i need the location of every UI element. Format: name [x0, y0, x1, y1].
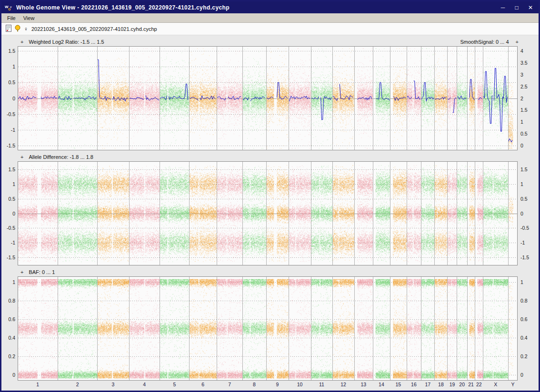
pin-icon: [15, 25, 20, 33]
chromosome-label[interactable]: X: [494, 382, 497, 387]
expand-allele-button[interactable]: +: [20, 154, 23, 160]
y-axis-tick-label: 0.2: [8, 353, 15, 359]
allele-right-axis: 1.510.50-0.5-1-1.5: [518, 161, 539, 265]
y-axis-tick-label: 2: [520, 96, 523, 101]
chromosome-label[interactable]: 1: [36, 382, 39, 387]
y-axis-tick-label: 0.5: [520, 196, 528, 202]
menu-file[interactable]: File: [3, 14, 20, 22]
y-axis-tick-label: 1.5: [520, 107, 528, 113]
chromosome-label[interactable]: 3: [112, 382, 115, 387]
panel-title-allele-difference: Allele Difference: -1.8 ... 1.8: [29, 154, 93, 160]
y-axis-tick-label: 0.8: [8, 298, 15, 304]
chromosome-axis: 12345678910111213141516171819202122XY: [1, 381, 539, 389]
y-axis-tick-label: 0.8: [520, 298, 528, 304]
y-axis-tick-label: -1.5: [520, 255, 529, 260]
maximize-button[interactable]: □: [511, 4, 522, 11]
sample-name[interactable]: 20221026_143619_005_20220927-41021.cyhd.…: [31, 26, 157, 32]
y-axis-tick-label: 4: [520, 48, 523, 54]
y-axis-tick-label: 0.6: [8, 316, 15, 322]
plots-area: + Weighted Log2 Ratio: -1.5 ... 1.5 Smoo…: [1, 35, 539, 391]
y-axis-tick-label: 3: [520, 72, 523, 78]
chromosome-label[interactable]: 13: [360, 382, 366, 387]
chromosome-label[interactable]: 10: [297, 382, 303, 387]
smooth-signal-right-axis: 43.532.521.510.50: [518, 46, 539, 150]
baf-left-axis: 10.80.60.40.20: [1, 276, 18, 381]
chromosome-label[interactable]: 17: [425, 382, 430, 387]
y-axis-tick-label: -1: [520, 240, 525, 245]
y-axis-tick-label: 0: [520, 143, 523, 148]
chromosome-label[interactable]: 8: [253, 382, 256, 387]
y-axis-tick-label: -0.5: [520, 225, 529, 231]
y-axis-tick-label: -1.5: [7, 143, 15, 148]
y-axis-tick-label: 0.4: [8, 335, 15, 341]
chromosome-label[interactable]: 22: [476, 382, 482, 387]
chromosome-label[interactable]: 20: [459, 382, 465, 387]
minimize-button[interactable]: ─: [498, 4, 508, 11]
sample-toolbar: ♀ 20221026_143619_005_20220927-41021.cyh…: [1, 23, 539, 35]
chromosome-label[interactable]: 19: [450, 382, 455, 387]
panel-title-smooth-signal: SmoothSignal: 0 ... 4: [460, 39, 509, 45]
chromosome-label[interactable]: 16: [411, 382, 417, 387]
y-axis-tick-label: 0.5: [520, 131, 528, 137]
baf-panel-header: + BAF: 0 ... 1: [1, 267, 539, 276]
svg-text:v: v: [10, 5, 12, 9]
expand-baf-button[interactable]: +: [20, 269, 23, 275]
chromosome-label[interactable]: 12: [340, 382, 346, 387]
y-axis-tick-label: -0.5: [7, 225, 15, 231]
chromosome-label[interactable]: 11: [319, 382, 324, 387]
y-axis-tick-label: 1: [520, 181, 523, 187]
y-axis-tick-label: 0: [520, 211, 523, 216]
chromosome-label[interactable]: 6: [201, 382, 204, 387]
y-axis-tick-label: 1.5: [520, 167, 528, 172]
y-axis-tick-label: -1: [11, 127, 15, 133]
chromosome-label[interactable]: 5: [173, 382, 176, 387]
menu-bar: File View: [1, 13, 539, 23]
y-axis-tick-label: -1.5: [7, 255, 15, 260]
panel-title-weighted-log2-ratio: Weighted Log2 Ratio: -1.5 ... 1.5: [29, 39, 104, 45]
baf-plot[interactable]: [18, 276, 518, 381]
app-icon: W G v: [4, 4, 13, 11]
log2-left-axis: 1.510.50-0.5-1-1.5: [1, 46, 18, 150]
y-axis-tick-label: 0: [12, 211, 15, 216]
y-axis-tick-label: 1.5: [8, 48, 15, 54]
title-bar[interactable]: W G v Whole Genome View - 20221026_14361…: [1, 1, 539, 13]
report-icon: [6, 25, 11, 33]
menu-view[interactable]: View: [20, 14, 39, 22]
chromosome-label[interactable]: 9: [276, 382, 279, 387]
y-axis-tick-label: 1: [12, 181, 15, 187]
y-axis-tick-label: 2.5: [520, 84, 528, 89]
chromosome-label[interactable]: 18: [438, 382, 444, 387]
y-axis-tick-label: 1: [12, 64, 15, 69]
close-button[interactable]: ✕: [525, 4, 536, 11]
y-axis-tick-label: 0.5: [8, 196, 15, 202]
chromosome-label[interactable]: 7: [228, 382, 231, 387]
chromosome-label[interactable]: 15: [396, 382, 401, 387]
y-axis-tick-label: 1: [520, 279, 523, 285]
allele-difference-plot[interactable]: [18, 161, 518, 265]
whole-genome-view-window: W G v Whole Genome View - 20221026_14361…: [0, 0, 540, 392]
chromosome-label[interactable]: Y: [511, 382, 514, 387]
allele-panel-header: + Allele Difference: -1.8 ... 1.8: [1, 152, 539, 161]
y-axis-tick-label: 3.5: [520, 60, 528, 66]
y-axis-tick-label: -1: [11, 240, 15, 245]
y-axis-tick-label: 0: [12, 96, 15, 101]
chromosome-label[interactable]: 21: [468, 382, 474, 387]
chromosome-label[interactable]: 4: [143, 382, 146, 387]
y-axis-tick-label: 0.5: [8, 79, 15, 85]
expand-log2-button[interactable]: +: [20, 39, 23, 45]
allele-left-axis: 1.510.50-0.5-1-1.5: [1, 161, 18, 265]
y-axis-tick-label: 1: [12, 279, 15, 285]
y-axis-tick-label: 1: [520, 119, 523, 125]
log2-panel-header: + Weighted Log2 Ratio: -1.5 ... 1.5 Smoo…: [1, 37, 539, 46]
y-axis-tick-label: 0: [12, 372, 15, 378]
window-title: Whole Genome View - 20221026_143619_005_…: [16, 4, 494, 11]
panel-title-baf: BAF: 0 ... 1: [29, 269, 55, 275]
y-axis-tick-label: 1.5: [8, 167, 15, 172]
baf-right-axis: 10.80.60.40.20: [518, 276, 539, 381]
expand-smooth-signal-button[interactable]: +: [516, 39, 519, 45]
log2-ratio-plot[interactable]: [18, 46, 518, 150]
y-axis-tick-label: 0.6: [520, 316, 528, 322]
chromosome-label[interactable]: 14: [379, 382, 384, 387]
y-axis-tick-label: 0.4: [520, 335, 528, 341]
chromosome-label[interactable]: 2: [76, 382, 79, 387]
